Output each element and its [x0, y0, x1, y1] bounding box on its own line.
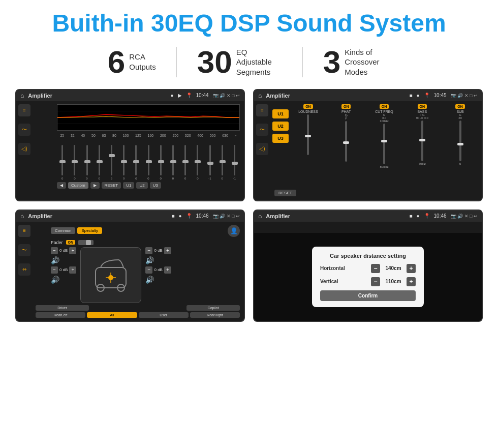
eq-slider-3: 0 — [94, 145, 105, 180]
fader-minus-2[interactable]: − — [51, 266, 58, 274]
fader-common-tab[interactable]: Common — [51, 227, 75, 234]
fader-controls-right: − 0 dB + 🔊 − 0 dB + — [145, 247, 171, 303]
fader-plus-4[interactable]: + — [164, 266, 171, 274]
eq-icon-filter[interactable]: ≡ — [18, 104, 30, 116]
fader-minus-3[interactable]: − — [145, 247, 152, 254]
fader-car-graphic — [80, 247, 141, 303]
topbar-dot2-3: ● — [178, 213, 181, 219]
fader-specialty-tab[interactable]: Specialty — [77, 227, 102, 234]
horizontal-plus-btn[interactable]: + — [407, 264, 416, 273]
horizontal-minus-btn[interactable]: − — [371, 264, 380, 273]
fader-copilot-btn[interactable]: Copilot — [186, 305, 240, 311]
fader-icon-arrows[interactable]: ⇔ — [18, 263, 30, 276]
stat-number-eq: 30 — [197, 46, 232, 78]
fader-user-icon[interactable]: 👤 — [228, 225, 240, 237]
phat-on-badge: ON — [341, 104, 351, 109]
fader-minus-4[interactable]: − — [145, 266, 152, 274]
eq-slider-0: 0 — [57, 145, 68, 180]
topbar-dot2-2: ● — [416, 93, 419, 98]
eq-graph — [57, 104, 240, 131]
eq-slider-10: 0 — [180, 145, 191, 180]
stat-label-eq: EQ AdjustableSegments — [236, 47, 282, 77]
vertical-minus-btn[interactable]: − — [371, 277, 380, 286]
fader-slider-h[interactable] — [78, 240, 94, 245]
fader-controls-left: − 0 dB + 🔊 − 0 dB + — [51, 247, 76, 303]
fader-bottom-row-1: Driver Copilot — [36, 305, 240, 311]
cross-left-icons: ≡ 〜 ◁) — [256, 104, 268, 155]
cross-u1-btn[interactable]: U1 — [272, 109, 289, 118]
fader-db-val-4: 0 dB — [154, 267, 162, 272]
fader-plus-1[interactable]: + — [69, 247, 76, 254]
cross-u3-btn[interactable]: U3 — [272, 134, 289, 143]
bass-slider[interactable] — [421, 121, 423, 161]
eq-reset-btn[interactable]: RESET — [102, 182, 121, 189]
fader-db-val-3: 0 dB — [154, 248, 162, 253]
screen3-time: 10:46 — [196, 213, 209, 219]
horizontal-controls: − 140cm + — [371, 264, 416, 273]
screen2-topbar: ⌂ Amplifier ■ ● 📍 10:45 📷 🔊 ✕ □ ↩ — [254, 90, 482, 101]
eq-prev-btn[interactable]: ◀ — [57, 182, 66, 189]
confirm-btn[interactable]: Confirm — [320, 290, 416, 301]
screen1-topbar: ⌂ Amplifier ● ▶ 📍 10:44 📷 🔊 ✕ □ ↩ — [16, 90, 244, 101]
eq-u1-btn[interactable]: U1 — [123, 182, 134, 189]
eq-icon-speaker[interactable]: ◁) — [18, 143, 30, 155]
cross-reset-btn[interactable]: RESET — [274, 190, 296, 196]
eq-u2-btn[interactable]: U2 — [136, 182, 147, 189]
eq-slider-12: -1 — [204, 145, 215, 180]
home-icon[interactable]: ⌂ — [20, 92, 24, 99]
fader-icon-filter[interactable]: ≡ — [18, 225, 30, 237]
fader-minus-1[interactable]: − — [51, 247, 58, 254]
fader-user-btn[interactable]: User — [139, 312, 189, 318]
cross-icon-wave[interactable]: 〜 — [256, 124, 268, 136]
fader-db-row-1: − 0 dB + — [51, 247, 76, 254]
screen1-title: Amplifier — [28, 93, 166, 99]
fader-speaker-icon-r2: 🔊 — [145, 276, 171, 284]
bass-value: 70Hz — [419, 162, 426, 165]
screen3-title: Amplifier — [28, 213, 167, 219]
screenshots-grid: ⌂ Amplifier ● ▶ 📍 10:44 📷 🔊 ✕ □ ↩ ≡ 〜 ◁) — [15, 89, 483, 322]
fader-icon-wave[interactable]: 〜 — [18, 244, 30, 256]
home-icon-3[interactable]: ⌂ — [20, 213, 24, 220]
stat-crossover: 3 Kinds ofCrossover Modes — [303, 46, 411, 78]
home-icon-2[interactable]: ⌂ — [258, 92, 262, 99]
fader-all-btn[interactable]: All — [87, 312, 137, 318]
eq-freq-labels: 2532 4050 6380 100125 160200 250320 4005… — [57, 134, 240, 137]
vertical-plus-btn[interactable]: + — [407, 277, 416, 286]
home-icon-4[interactable]: ⌂ — [258, 213, 262, 220]
fader-plus-3[interactable]: + — [164, 247, 171, 254]
cross-sub: ON SUB G 20 5 — [443, 104, 478, 165]
cross-icon-speaker[interactable]: ◁) — [256, 143, 268, 155]
cross-top-row: ON LOUDNESS ON PHAT G F — [291, 104, 478, 168]
fader-plus-2[interactable]: + — [69, 266, 76, 274]
eq-slider-13: 0 — [217, 145, 228, 180]
fader-driver-btn[interactable]: Driver — [36, 305, 89, 311]
stats-row: 6 RCAOutputs 30 EQ AdjustableSegments 3 … — [15, 46, 483, 78]
cross-icon-filter[interactable]: ≡ — [256, 104, 268, 116]
eq-slider-4: 5 — [106, 145, 117, 180]
cutfreq-slider[interactable] — [383, 124, 385, 164]
eq-custom-btn[interactable]: Custom — [68, 182, 88, 189]
eq-icon-wave[interactable]: 〜 — [18, 124, 30, 136]
fader-rearleft-btn[interactable]: RearLeft — [36, 312, 85, 318]
topbar-pin-2: 📍 — [424, 93, 430, 98]
phat-slider[interactable] — [345, 121, 347, 162]
stat-eq: 30 EQ AdjustableSegments — [177, 46, 302, 78]
horizontal-label: Horizontal — [320, 265, 345, 271]
fader-speaker-icon-l2: 🔊 — [51, 276, 76, 284]
loudness-slider[interactable] — [307, 114, 309, 155]
eq-u3-btn[interactable]: U3 — [150, 182, 161, 189]
screen2-title: Amplifier — [266, 93, 405, 99]
sub-slider[interactable] — [459, 121, 461, 161]
screen4-icons: 📷 🔊 ✕ □ ↩ — [451, 214, 478, 219]
screen-distance-wrapper: ⌂ Amplifier ■ ● 📍 10:46 📷 🔊 ✕ □ ↩ Car sp… — [253, 210, 483, 322]
screen1-icons: 📷 🔊 ✕ □ ↩ — [213, 93, 240, 98]
dialog-title: Car speaker distance setting — [320, 253, 416, 259]
eq-slider-14: -1 — [229, 145, 240, 180]
cross-u2-btn[interactable]: U2 — [272, 122, 289, 131]
fader-rearright-btn[interactable]: RearRight — [190, 312, 240, 318]
eq-slider-2: 0 — [81, 145, 92, 180]
fader-main-area: − 0 dB + 🔊 − 0 dB + — [51, 247, 240, 303]
screen4-dialog: Car speaker distance setting Horizontal … — [254, 222, 482, 321]
eq-play-btn[interactable]: ▶ — [90, 182, 100, 189]
play-icon: ▶ — [178, 93, 182, 98]
